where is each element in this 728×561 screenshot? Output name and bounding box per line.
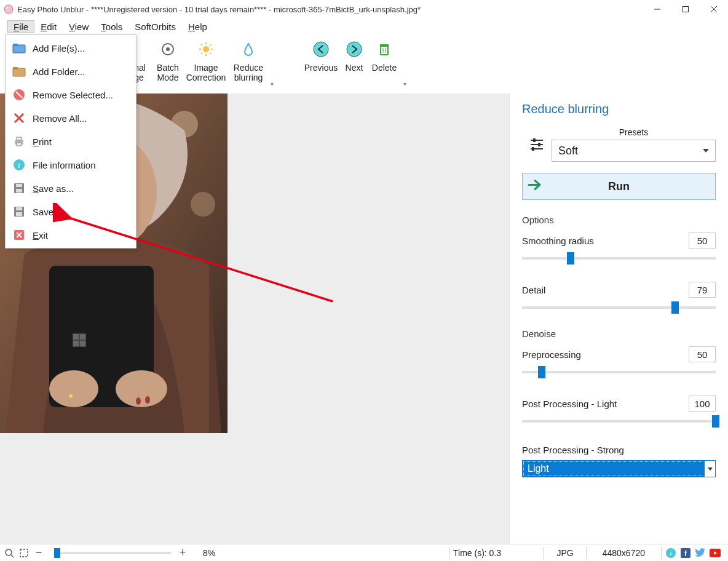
trash-icon [376,41,393,58]
svg-point-59 [49,370,98,407]
svg-text:i: i [18,161,20,170]
pp-strong-select[interactable]: Light [522,460,716,477]
remove-icon [12,87,26,102]
zoom-percent: 8% [203,548,215,558]
zoom-in-icon[interactable]: + [177,547,188,559]
menu-item-exit[interactable]: Exit [6,223,136,247]
next-icon [346,41,363,58]
facebook-icon[interactable]: f [680,547,691,559]
smoothing-label: Smoothing radius [522,236,594,246]
status-bar: − + 8% Time (s): 0.3 JPG 4480x6720 i f [0,544,728,561]
svg-point-63 [136,397,141,405]
preprocessing-value[interactable]: 50 [689,346,716,362]
save-icon [12,204,26,219]
tool-next[interactable]: Next [341,38,368,90]
tool-image-correction[interactable]: Image Correction [183,38,229,90]
menu-tools[interactable]: Tools [95,20,129,33]
svg-point-61 [69,394,73,398]
pp-light-slider[interactable] [522,415,716,428]
menu-item-add-files[interactable]: Add File(s)... [6,36,136,60]
zoom-out-icon[interactable]: − [33,547,44,559]
zoom-slider[interactable] [54,552,171,554]
print-icon [12,134,26,149]
tool-batch-mode[interactable]: Batch Mode [152,38,183,90]
file-menu-dropdown: Add File(s)... Add Folder... Remove Sele… [5,34,136,249]
status-dimensions: 4480x6720 [590,548,657,558]
svg-rect-55 [73,334,79,340]
svg-rect-33 [17,143,22,146]
preprocessing-slider[interactable] [522,366,716,378]
preprocessing-label: Preprocessing [522,349,581,360]
svg-line-13 [201,44,202,46]
title-bar: Easy Photo Unblur - ****Unregistered ver… [0,0,728,18]
toolbar-dropdown-2[interactable]: ▾ [401,38,408,90]
svg-rect-3 [683,7,689,12]
svg-point-70 [6,549,12,555]
info-icon: i [12,157,26,172]
menu-edit[interactable]: Edit [34,20,63,33]
zoom-tool-icon[interactable] [4,547,15,559]
brightness-icon [197,41,215,58]
tool-delete[interactable]: Delete [368,38,401,90]
options-heading: Options [522,215,716,225]
menu-file[interactable]: File [7,20,34,33]
svg-point-0 [4,5,13,14]
exit-icon [12,228,26,242]
presets-select[interactable]: Soft [552,140,716,162]
run-button[interactable]: Run [522,173,716,200]
toolbar-dropdown-1[interactable]: ▾ [268,38,275,90]
folder-icon [12,64,26,79]
param-pp-strong: Post Processing - Strong Light [522,445,716,477]
svg-rect-58 [80,341,85,346]
svg-rect-72 [20,549,28,557]
svg-point-1 [7,7,8,9]
menu-item-save-as[interactable]: Save as... [6,177,136,200]
smoothing-slider[interactable] [522,252,716,265]
menu-bar: File Edit View Tools SoftOrbits Help [0,18,728,34]
menu-item-remove-selected[interactable]: Remove Selected... [6,83,136,106]
menu-item-save[interactable]: Save [6,200,136,223]
menu-softorbits[interactable]: SoftOrbits [129,20,182,33]
svg-rect-32 [17,137,22,140]
svg-rect-20 [380,44,389,46]
save-as-icon [12,181,26,196]
svg-point-60 [116,370,167,407]
svg-rect-40 [16,207,22,210]
chevron-down-icon[interactable] [704,461,715,477]
tool-previous[interactable]: Previous [301,38,341,90]
svg-line-16 [210,44,211,46]
param-preprocessing: Preprocessing 50 [522,346,716,378]
file-add-icon [12,41,26,55]
svg-rect-41 [16,212,22,216]
pp-light-value[interactable]: 100 [689,396,716,412]
svg-rect-57 [73,341,79,346]
panel-title: Reduce blurring [522,102,716,116]
menu-item-file-info[interactable]: i File information [6,153,136,177]
menu-item-print[interactable]: Print [6,130,136,153]
menu-item-add-folder[interactable]: Add Folder... [6,60,136,83]
fit-screen-icon[interactable] [18,547,30,559]
menu-help[interactable]: Help [182,20,213,33]
youtube-icon[interactable] [710,547,721,559]
minimize-button[interactable] [643,0,671,18]
svg-point-62 [145,396,150,404]
smoothing-value[interactable]: 50 [689,233,716,249]
detail-slider[interactable] [522,301,716,314]
detail-value[interactable]: 79 [689,282,716,298]
menu-view[interactable]: View [63,20,95,33]
menu-item-remove-all[interactable]: Remove All... [6,106,136,130]
maximize-button[interactable] [671,0,700,18]
droplet-icon [240,41,257,58]
info-status-icon[interactable]: i [665,547,676,559]
svg-rect-67 [533,138,536,142]
close-button[interactable] [700,0,728,18]
sliders-icon [522,137,552,153]
svg-rect-68 [538,143,540,146]
gear-icon [159,41,176,58]
svg-rect-56 [80,334,85,340]
twitter-icon[interactable] [695,547,706,559]
previous-icon [312,41,330,58]
svg-line-15 [201,53,202,54]
svg-point-17 [314,42,328,57]
tool-reduce-blurring[interactable]: Reduce blurring [229,38,268,90]
